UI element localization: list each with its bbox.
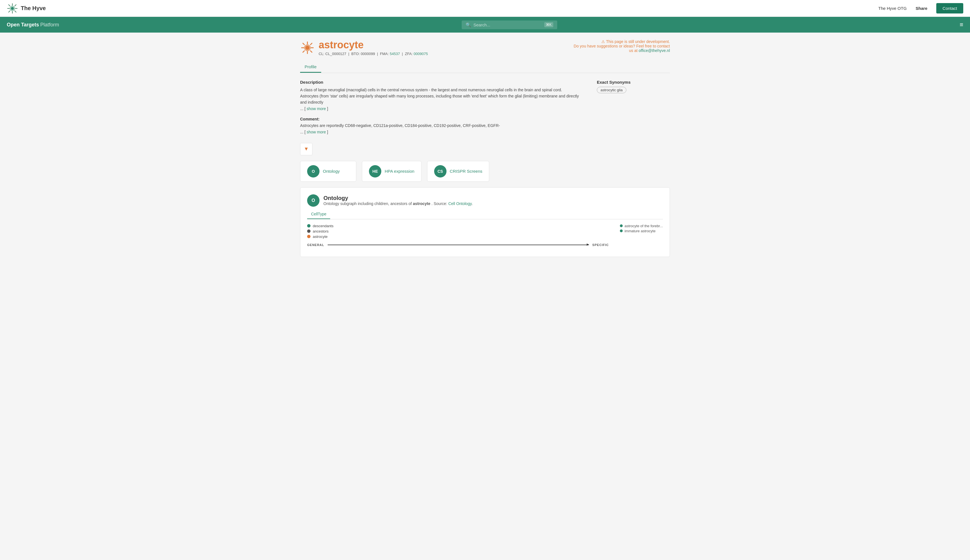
legend-ancestors: ancestors <box>307 229 609 233</box>
filter-icon: ▼ <box>304 146 309 152</box>
dev-notice-line3: us at office@thehyve.nl <box>574 48 670 53</box>
svg-point-9 <box>11 7 14 10</box>
entity-title-section: astrocyte CL: CL_0000127 | BTO: 0000099 … <box>300 39 428 56</box>
card-label-hpa: HPA expression <box>385 169 414 173</box>
search-icon: 🔍 <box>466 22 471 28</box>
logo-text: The Hyve <box>21 5 46 12</box>
entity-header: astrocyte CL: CL_0000127 | BTO: 0000099 … <box>300 39 670 56</box>
bto-id: 0000099 <box>361 52 375 56</box>
svg-point-19 <box>306 46 309 50</box>
celltype-tab-bar: CellType <box>307 210 663 219</box>
card-ontology[interactable]: O Ontology <box>300 161 356 182</box>
description-label: Description <box>300 80 580 85</box>
svg-line-18 <box>303 50 305 53</box>
card-badge-hpa: HE <box>369 165 381 177</box>
otg-link[interactable]: The Hyve OTG <box>878 6 907 11</box>
axis-row: GENERAL SPECIFIC <box>307 243 609 247</box>
synonyms-label: Exact Synonyms <box>597 80 670 85</box>
top-nav-right: The Hyve OTG Share Contact <box>878 3 963 13</box>
ot-header: Open Targets Platform 🔍 ⌘K ≡ <box>0 17 970 33</box>
profile-right: Exact Synonyms astrocytic glia <box>597 80 670 135</box>
ontology-panel-subtitle: Ontology subgraph including children, an… <box>324 202 472 206</box>
cl-id: CL_0000127 <box>326 52 346 56</box>
axis-specific-label: SPECIFIC <box>592 243 609 247</box>
ot-title: Open Targets Platform <box>7 22 59 28</box>
comment-label: Comment: <box>300 117 580 121</box>
card-badge-crispr: CS <box>434 165 446 177</box>
hyve-logo-icon <box>7 3 18 14</box>
legend: descendants ancestors astrocyte <box>307 224 609 239</box>
dev-notice: ⚠ This page is still under development. … <box>574 39 670 53</box>
comment-show-more[interactable]: show more <box>307 130 326 134</box>
profile-section: Description A class of large neuroglial … <box>300 80 670 135</box>
card-label-crispr: CRISPR Screens <box>450 169 482 173</box>
right-dot-1 <box>620 230 623 232</box>
entity-ids: CL: CL_0000127 | BTO: 0000099 | FMA: 545… <box>319 52 428 56</box>
ontology-panel-title-group: Ontology Ontology subgraph including chi… <box>324 195 472 206</box>
comment-text: Astrocytes are reportedly CD68-negative,… <box>300 122 580 135</box>
right-item-1: immature astrocyte <box>620 229 663 233</box>
card-label-ontology: Ontology <box>323 169 340 173</box>
search-input[interactable] <box>474 22 542 27</box>
svg-line-15 <box>303 43 305 45</box>
entity-info: astrocyte CL: CL_0000127 | BTO: 0000099 … <box>319 39 428 56</box>
svg-line-17 <box>310 43 312 45</box>
card-hpa[interactable]: HE HPA expression <box>362 161 421 182</box>
ontology-left: descendants ancestors astrocyte GENERAL <box>307 224 609 250</box>
tab-profile[interactable]: Profile <box>300 62 321 73</box>
ot-title-platform: Platform <box>40 22 59 28</box>
page-content: astrocyte CL: CL_0000127 | BTO: 0000099 … <box>291 33 679 264</box>
svg-line-5 <box>8 5 10 6</box>
zfa-link[interactable]: 0009075 <box>414 52 428 56</box>
dev-email[interactable]: office@thehyve.nl <box>639 48 670 53</box>
fma-link[interactable]: 54537 <box>390 52 400 56</box>
contact-button[interactable]: Contact <box>936 3 963 13</box>
synonym-chip: astrocytic glia <box>597 87 626 93</box>
svg-line-8 <box>8 11 10 12</box>
ontology-panel: O Ontology Ontology subgraph including c… <box>300 187 670 257</box>
ontology-right-list: astrocyte of the forebr... immature astr… <box>620 224 663 234</box>
ontology-panel-header: O Ontology Ontology subgraph including c… <box>307 194 663 207</box>
legend-descendants: descendants <box>307 224 609 228</box>
ot-title-open: Open Targets <box>7 22 39 28</box>
logo-section: The Hyve <box>7 3 46 14</box>
dev-notice-line2: Do you have suggestions or ideas? Feel f… <box>574 44 670 48</box>
cards-row: O Ontology HE HPA expression CS CRISPR S… <box>300 161 670 182</box>
entity-name: astrocyte <box>319 39 428 50</box>
legend-dot-descendants <box>307 224 311 227</box>
ontology-panel-badge: O <box>307 194 319 207</box>
axis-line <box>328 245 589 245</box>
cell-ontology-link[interactable]: Cell Ontology <box>448 202 471 206</box>
legend-dot-astrocyte <box>307 235 311 238</box>
legend-dot-ancestors <box>307 230 311 233</box>
description-text: A class of large neuroglial (macroglial)… <box>300 87 580 112</box>
axis-general-label: GENERAL <box>307 243 324 247</box>
top-navigation: The Hyve The Hyve OTG Share Contact <box>0 0 970 17</box>
dev-notice-line1: ⚠ This page is still under development. <box>574 39 670 44</box>
card-crispr[interactable]: CS CRISPR Screens <box>427 161 489 182</box>
right-item-0: astrocyte of the forebr... <box>620 224 663 228</box>
tabs-bar: Profile <box>300 62 670 73</box>
description-show-more[interactable]: show more <box>307 107 326 111</box>
profile-left: Description A class of large neuroglial … <box>300 80 580 135</box>
svg-line-16 <box>310 50 312 53</box>
svg-line-7 <box>15 5 16 6</box>
hamburger-menu-icon[interactable]: ≡ <box>960 21 963 28</box>
share-link[interactable]: Share <box>916 6 928 11</box>
tab-celltype[interactable]: CellType <box>307 210 330 219</box>
filter-button[interactable]: ▼ <box>300 143 312 155</box>
ontology-content: descendants ancestors astrocyte GENERAL <box>307 224 663 250</box>
legend-astrocyte: astrocyte <box>307 235 609 239</box>
keyboard-shortcut: ⌘K <box>544 22 553 27</box>
card-badge-ontology: O <box>307 165 319 177</box>
right-dot-0 <box>620 224 623 227</box>
ontology-panel-title: Ontology <box>324 195 472 202</box>
astrocyte-icon <box>300 40 315 55</box>
filter-section: ▼ <box>300 143 670 155</box>
svg-line-6 <box>15 11 16 12</box>
search-bar[interactable]: 🔍 ⌘K <box>462 20 557 29</box>
